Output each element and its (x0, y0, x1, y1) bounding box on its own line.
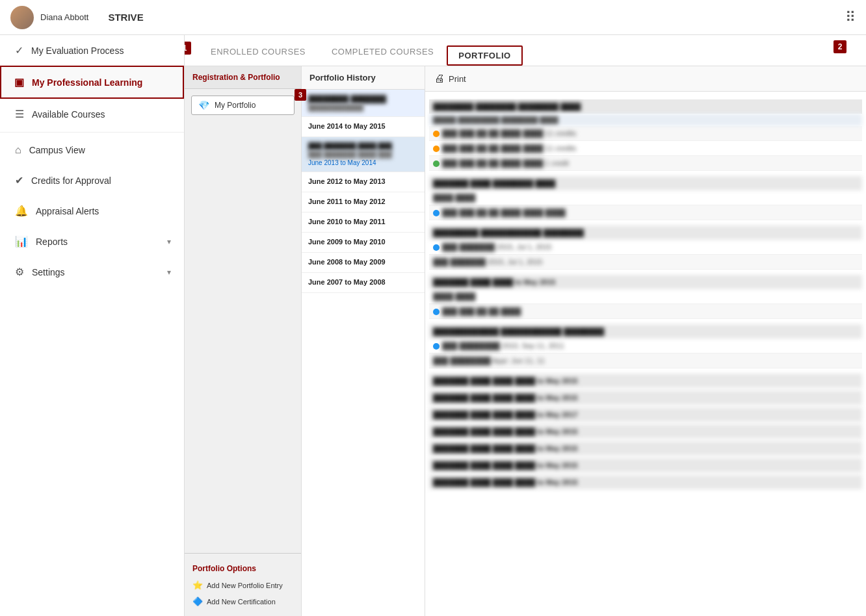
home-icon: ⌂ (15, 144, 21, 156)
sidebar-item-reports[interactable]: 📊 Reports ▾ (0, 226, 184, 257)
detail-row-header: ███████ ████ ████ ████ to May 2015 (429, 374, 862, 388)
sidebar-item-credits[interactable]: ✔ Credits for Approval (0, 165, 184, 196)
sidebar-label-reports: Reports (36, 237, 68, 247)
dot-blue (433, 343, 440, 350)
tab-enrolled[interactable]: ENROLLED COURSES (198, 39, 319, 66)
sidebar-item-evaluation[interactable]: ✓ My Evaluation Process (0, 35, 184, 66)
dot-blue (433, 210, 440, 216)
sidebar-item-professional-learning[interactable]: ▣ My Professional Learning (0, 66, 184, 99)
detail-row: ███ ███ ██ ██ ████ (429, 304, 862, 319)
avatar (10, 6, 34, 29)
right-panel-bottom-area (429, 489, 862, 587)
detail-row-header: ███████ ████ ████ ████ to May 2017 (429, 407, 862, 422)
annotation-3: 3 (295, 89, 306, 101)
tab-completed[interactable]: COMPLETED COURSES (319, 39, 447, 66)
history-item[interactable]: June 2008 to May 2009 (302, 253, 425, 273)
history-item-title: June 2010 to May 2011 (308, 218, 418, 225)
history-item-title: June 2009 to May 2010 (308, 238, 418, 246)
detail-section-2: ███████ ████ ████████ ████ ████ ████ ███… (429, 176, 862, 220)
tab-portfolio[interactable]: PORTFOLIO (447, 45, 522, 66)
history-item[interactable]: ███ ███████ ████ ███ ███ ███████ ████ ██… (302, 137, 425, 172)
history-item[interactable]: June 2009 to May 2010 (302, 233, 425, 253)
detail-row: ███ ███ ██ ██ ████ ████ 11 credits (429, 141, 862, 156)
detail-row: ███ ███ ██ ██ ████ ████ 11 credits (429, 126, 862, 141)
main-layout: ✓ My Evaluation Process ▣ My Professiona… (0, 35, 866, 616)
detail-row-header: ███████ ████ ████ ████ to May 2015 (429, 458, 862, 472)
sidebar-label-evaluation: My Evaluation Process (31, 45, 124, 56)
history-item-date: June 2013 to May 2014 (308, 159, 418, 166)
history-item-title: June 2012 to May 2013 (308, 177, 418, 185)
detail-sub: ████ ████ (433, 194, 475, 201)
print-label[interactable]: Print (449, 74, 466, 84)
history-item[interactable]: June 2014 to May 2015 (302, 117, 425, 137)
list-icon: ☰ (15, 108, 24, 120)
middle-panel: Portfolio History ████████ ███████ █████… (302, 66, 425, 616)
sidebar: ✓ My Evaluation Process ▣ My Professiona… (0, 35, 185, 616)
sidebar-label-settings: Settings (32, 267, 65, 277)
detail-section-4: ███████ ████ ████ to May 2015 ████ ████ … (429, 275, 862, 319)
app-title: STRIVE (108, 12, 143, 23)
top-bar-left: Diana Abbott STRIVE (10, 6, 144, 29)
right-panel-content: ████████ ████████ ████████ ████ █████ ██… (425, 92, 866, 616)
add-certification-label: Add New Certification (207, 598, 276, 606)
history-item[interactable]: ████████ ███████ ████████████ (302, 90, 425, 117)
detail-section: ████████ ████████ ████████ ████ █████ ██… (429, 99, 862, 171)
add-portfolio-entry-button[interactable]: ⭐ Add New Portfolio Entry (185, 577, 301, 593)
chart-icon: 📊 (15, 235, 28, 248)
detail-text: ███ ███ ██ ██ ████ ████ 1 credit (442, 159, 569, 167)
bell-icon: 🔔 (15, 205, 28, 217)
detail-row-header: ███████ ████ ████ ████ to May 2015 (429, 441, 862, 456)
detail-text: ███ ███ ██ ██ ████ ████ ████ (442, 209, 566, 216)
history-item-title: ████████ ███████ (308, 95, 418, 103)
history-item-sub: ████████████ (308, 104, 418, 111)
detail-row: ███ ███ ██ ██ ████ ████ ████ (429, 205, 862, 220)
detail-row: ███ ████████ Appr: Jun 11, 11 (429, 353, 862, 368)
detail-text: ███ ███ ██ ██ ████ ████ 11 credits (442, 144, 576, 152)
content-area: 1 ENROLLED COURSES COMPLETED COURSES POR… (185, 35, 866, 616)
dot-blue (433, 309, 440, 315)
dot-orange (433, 146, 440, 152)
sidebar-label-professional-learning: My Professional Learning (32, 77, 142, 88)
top-bar: Diana Abbott STRIVE ⠿ (0, 0, 866, 35)
add-certification-button[interactable]: 🔷 Add New Certification (185, 593, 301, 610)
detail-row: ████ ████ (429, 289, 862, 304)
section-header-text: ████████ ████████ ████████ ████ (433, 103, 581, 110)
sidebar-item-appraisal-alerts[interactable]: 🔔 Appraisal Alerts (0, 196, 184, 226)
portfolio-history-title: Portfolio History (302, 66, 425, 90)
history-item[interactable]: June 2011 to May 2012 (302, 192, 425, 212)
sidebar-item-available-courses[interactable]: ☰ Available Courses (0, 99, 184, 129)
annotation-1: 1 (185, 42, 191, 55)
detail-text: ███ ███ ██ ██ ████ (442, 307, 521, 315)
tab-bar: 1 ENROLLED COURSES COMPLETED COURSES POR… (185, 35, 866, 66)
chevron-down-icon-settings: ▾ (167, 268, 171, 277)
history-item[interactable]: June 2012 to May 2013 (302, 172, 425, 192)
history-item-title: ███ ███████ ████ ███ (308, 142, 418, 149)
chevron-down-icon: ▾ (167, 237, 171, 246)
detail-row: ███ ███████ 2015, Jul 1, 2015 (429, 240, 862, 255)
detail-row-header: ████████ ████████ ████████ ████ (429, 99, 862, 114)
grid-menu-icon[interactable]: ⠿ (845, 9, 856, 26)
history-item-sub: ███ ███████ ████ ███ (308, 151, 418, 158)
my-portfolio-button[interactable]: 💎 My Portfolio (191, 96, 295, 115)
history-item-title: June 2008 to May 2009 (308, 258, 418, 266)
sidebar-item-campus-view[interactable]: ⌂ Campus View (0, 135, 184, 165)
portfolio-options-section: Portfolio Options ⭐ Add New Portfolio En… (185, 553, 301, 616)
portfolio-gem-icon: 💎 (198, 100, 209, 110)
add-portfolio-entry-label: Add New Portfolio Entry (207, 582, 283, 589)
detail-text: ███ ███████ 2015, Jul 1, 2015 (433, 258, 542, 266)
detail-section-3: █████████ ████████████ ████████ ███ ████… (429, 225, 862, 270)
book-icon: ▣ (14, 76, 24, 88)
dot-blue (433, 244, 440, 251)
detail-text: ████ ████ (433, 292, 475, 300)
history-item[interactable]: June 2010 to May 2011 (302, 212, 425, 233)
sidebar-item-settings[interactable]: ⚙ Settings ▾ (0, 257, 184, 287)
right-panel-header: 🖨 Print (425, 66, 866, 92)
history-item[interactable]: June 2007 to May 2008 (302, 273, 425, 293)
detail-row-header: ███████ ████ ████████ ████ (429, 176, 862, 190)
panel-spacer (185, 122, 301, 553)
dot-orange (433, 131, 440, 137)
history-item-title: June 2011 to May 2012 (308, 198, 418, 205)
print-icon: 🖨 (434, 73, 445, 84)
portfolio-options-title: Portfolio Options (185, 560, 301, 577)
sidebar-label-appraisal-alerts: Appraisal Alerts (36, 206, 99, 216)
